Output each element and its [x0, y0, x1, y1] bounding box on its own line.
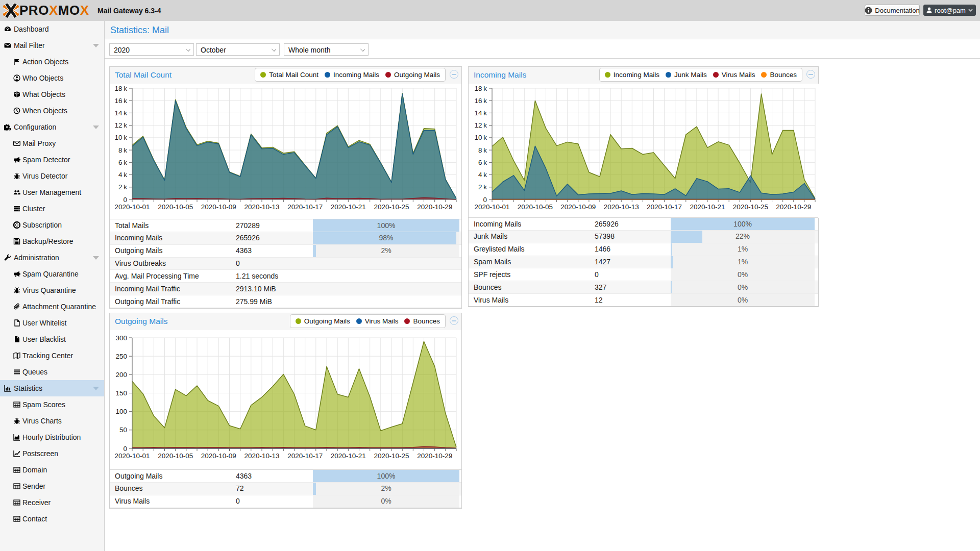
svg-text:150: 150	[115, 389, 127, 397]
svg-text:2020-10-09: 2020-10-09	[201, 203, 236, 211]
svg-text:2020-10-01: 2020-10-01	[474, 203, 509, 211]
svg-text:2020-10-13: 2020-10-13	[244, 452, 279, 460]
svg-text:2020-10-29: 2020-10-29	[417, 452, 452, 460]
svg-text:100: 100	[115, 408, 127, 415]
svg-text:0: 0	[123, 445, 127, 453]
svg-text:6 k: 6 k	[478, 159, 487, 166]
svg-text:18 k: 18 k	[475, 85, 487, 92]
svg-text:2020-10-05: 2020-10-05	[158, 203, 193, 211]
svg-text:2020-10-01: 2020-10-01	[114, 452, 150, 460]
svg-text:0: 0	[123, 196, 127, 204]
svg-text:2020-10-17: 2020-10-17	[287, 203, 323, 211]
svg-text:2 k: 2 k	[118, 183, 127, 191]
svg-text:2020-10-21: 2020-10-21	[331, 452, 366, 460]
svg-text:250: 250	[115, 353, 127, 360]
svg-text:2 k: 2 k	[478, 183, 487, 191]
svg-text:10 k: 10 k	[115, 134, 128, 141]
svg-text:2020-10-13: 2020-10-13	[244, 203, 279, 211]
svg-text:2020-10-25: 2020-10-25	[733, 203, 768, 211]
svg-text:2020-10-01: 2020-10-01	[114, 203, 150, 211]
svg-text:2020-10-13: 2020-10-13	[604, 203, 639, 211]
svg-text:300: 300	[115, 334, 127, 342]
svg-text:200: 200	[115, 371, 127, 379]
svg-text:2020-10-29: 2020-10-29	[417, 203, 452, 211]
svg-text:2020-10-25: 2020-10-25	[374, 452, 409, 460]
svg-text:10 k: 10 k	[475, 134, 487, 141]
svg-text:16 k: 16 k	[115, 97, 128, 105]
svg-text:0: 0	[483, 196, 487, 204]
svg-text:2020-10-05: 2020-10-05	[518, 203, 553, 211]
svg-text:2020-10-17: 2020-10-17	[647, 203, 682, 211]
svg-text:8 k: 8 k	[118, 146, 127, 154]
svg-text:2020-10-09: 2020-10-09	[201, 452, 236, 460]
svg-text:14 k: 14 k	[115, 109, 128, 117]
svg-text:50: 50	[119, 426, 127, 434]
svg-text:8 k: 8 k	[478, 146, 487, 154]
svg-text:16 k: 16 k	[475, 97, 487, 105]
svg-text:12 k: 12 k	[115, 121, 128, 129]
svg-text:12 k: 12 k	[475, 121, 487, 129]
svg-text:4 k: 4 k	[118, 171, 127, 179]
svg-text:4 k: 4 k	[478, 171, 487, 179]
svg-text:6 k: 6 k	[118, 159, 127, 166]
svg-text:14 k: 14 k	[475, 109, 487, 117]
svg-text:2020-10-21: 2020-10-21	[331, 203, 366, 211]
svg-text:2020-10-09: 2020-10-09	[560, 203, 596, 211]
svg-text:2020-10-05: 2020-10-05	[158, 452, 193, 460]
svg-text:2020-10-17: 2020-10-17	[287, 452, 323, 460]
svg-text:2020-10-21: 2020-10-21	[690, 203, 725, 211]
svg-text:18 k: 18 k	[115, 85, 128, 92]
svg-text:2020-10-29: 2020-10-29	[776, 203, 811, 211]
svg-text:2020-10-25: 2020-10-25	[374, 203, 409, 211]
